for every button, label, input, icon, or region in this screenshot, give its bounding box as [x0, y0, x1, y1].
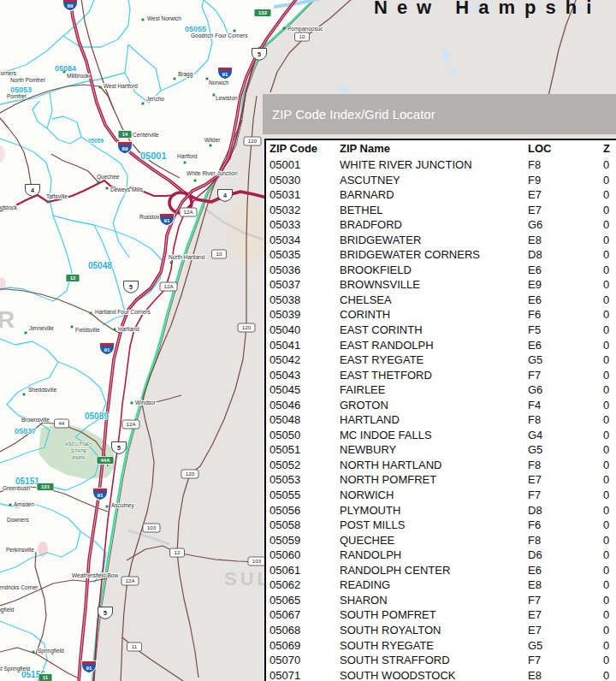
town-dot: [9, 504, 12, 506]
zip-name-cell: BETHEL: [340, 204, 383, 216]
town-label: Lewiston: [216, 95, 238, 101]
zip-table-row-05068: 05068SOUTH ROYALTONE70: [268, 624, 616, 639]
route-shield-sec-10: 10: [212, 250, 227, 258]
zip-table-row-05043: 05043EAST THETFORDF70: [268, 369, 616, 384]
grid-loc-cell: E7: [528, 608, 542, 621]
town-dot: [210, 145, 212, 147]
zip-code-cell: 05055: [270, 489, 300, 501]
svg-text:91: 91: [86, 665, 92, 671]
town-dot: [194, 180, 197, 182]
zip-name-cell: QUECHEE: [340, 534, 394, 547]
grid-loc-cell: D6: [528, 548, 542, 561]
extra-cell: 0: [603, 308, 609, 321]
extra-cell: 0: [603, 204, 609, 216]
svg-text:12A: 12A: [125, 577, 135, 583]
town-dot: [23, 394, 26, 396]
town-dot: [71, 326, 74, 329]
town-jenneville: Jenneville: [25, 325, 55, 334]
route-shield-sec-12a: 12A: [160, 282, 177, 291]
zip-table-row-05055: 05055NORWICHF70: [268, 489, 616, 504]
town-west-hartford: West Hartford: [99, 83, 139, 89]
grid-loc-cell: G6: [528, 218, 542, 231]
svg-text:12A: 12A: [163, 283, 174, 289]
extra-cell: 0: [603, 624, 609, 637]
route-shield-interstate-89: 89: [62, 0, 78, 12]
zip-table-row-05040: 05040EAST CORINTHF50: [268, 323, 616, 339]
town-label: Brownsville: [21, 417, 50, 423]
route-shield-sec-103: 103: [248, 557, 265, 566]
town-dot: [106, 506, 109, 508]
town-label: Sheddsville: [28, 387, 57, 393]
svg-text:5: 5: [104, 610, 107, 616]
town-label: Hartland: [118, 326, 139, 332]
town-label: Ascutney: [111, 502, 134, 509]
zip-name-cell: EAST RYEGATE: [340, 353, 424, 366]
extra-cell: 0: [603, 264, 609, 276]
zip-table-row-05039: 05039CORINTHF60: [268, 308, 616, 323]
svg-text:ASCUTNEY: ASCUTNEY: [64, 441, 94, 447]
zip-code-cell: 05040: [270, 323, 300, 336]
town-dot: [131, 402, 133, 405]
grid-loc-cell: G5: [528, 639, 542, 652]
zip-code-cell: 05059: [270, 534, 300, 547]
zip-code-cell: 05036: [270, 264, 300, 276]
route-shield-us-5: 5: [98, 607, 113, 619]
zip-code-cell: 05041: [270, 339, 300, 352]
svg-text:132: 132: [258, 10, 268, 15]
town-dot: [63, 71, 66, 74]
zip-code-cell: 05061: [270, 564, 300, 577]
zip-name-cell: RANDOLPH CENTER: [340, 564, 450, 577]
zip-code-cell: 05058: [270, 518, 300, 531]
zip-index-panel-header: ZIP Code Index/Grid Locator: [263, 94, 616, 134]
town-west-norwich: West Norwich: [142, 15, 182, 21]
town-perkinsville: Perkinsville: [6, 547, 34, 553]
route-shield-vt-12: 12: [66, 275, 80, 282]
svg-text:STATE: STATE: [71, 448, 87, 453]
zip-table-row-05037: 05037BROWNSVILLEE90: [268, 278, 616, 293]
route-shield-sec-44: 44: [55, 419, 69, 428]
extra-cell: 0: [603, 534, 609, 547]
town-label: Woodstock: [0, 204, 18, 210]
zip-code-label-05001: 05001: [140, 151, 167, 161]
svg-text:89: 89: [122, 145, 128, 151]
route-shield-sec-120: 120: [244, 137, 261, 145]
town-amsden: Amsden: [9, 501, 35, 507]
zip-table-row-05030: 05030ASCUTNEYF90: [268, 174, 616, 189]
svg-text:91: 91: [222, 71, 228, 77]
state-title: New Hampshi: [374, 0, 601, 18]
extra-cell: 0: [603, 293, 609, 306]
zip-name-cell: WHITE RIVER JUNCTION: [340, 158, 472, 171]
zip-code-cell: 05052: [270, 459, 300, 471]
town-dot: [106, 187, 109, 190]
zip-code-cell: 05038: [270, 293, 300, 306]
town-label: Hartland Four Corners: [95, 309, 151, 315]
zip-name-cell: BARNARD: [340, 188, 394, 201]
zip-name-cell: READING: [340, 578, 390, 591]
town-dot: [90, 312, 92, 315]
grid-loc-cell: D8: [528, 248, 542, 261]
zip-table-row-05035: 05035BRIDGEWATER CORNERSD80: [268, 248, 616, 264]
town-hartford: Hartford: [177, 153, 198, 163]
extra-cell: 0: [603, 654, 609, 666]
zip-name-cell: ASCUTNEY: [340, 174, 400, 187]
svg-text:91: 91: [164, 217, 170, 223]
grid-loc-cell: F9: [528, 174, 541, 187]
svg-text:11: 11: [43, 675, 49, 680]
zip-name-cell: EAST THETFORD: [340, 369, 432, 382]
zip-code-cell: 05030: [270, 174, 300, 187]
grid-loc-cell: F7: [528, 369, 541, 382]
zip-name-cell: HARTLAND: [340, 413, 400, 426]
column-header: ZIP Code: [270, 142, 317, 155]
extra-cell: 0: [603, 234, 609, 246]
zip-code-cell: 05039: [270, 308, 300, 321]
zip-table-row-05036: 05036BROOKFIELDE60: [268, 264, 616, 279]
zip-code-cell: 05043: [270, 369, 300, 382]
zip-table-row-05041: 05041EAST RANDOLPHE60: [268, 339, 616, 354]
town-label: West Hartford: [104, 83, 138, 89]
zip-code-cell: 05068: [270, 624, 300, 637]
town-weathersfield-bow: Weathersfield Bow: [72, 572, 118, 578]
zip-code-cell: 05069: [270, 639, 300, 652]
route-shield-sec-10: 10: [295, 33, 310, 41]
zip-code-cell: 05065: [270, 594, 300, 607]
extra-cell: 0: [603, 383, 609, 396]
